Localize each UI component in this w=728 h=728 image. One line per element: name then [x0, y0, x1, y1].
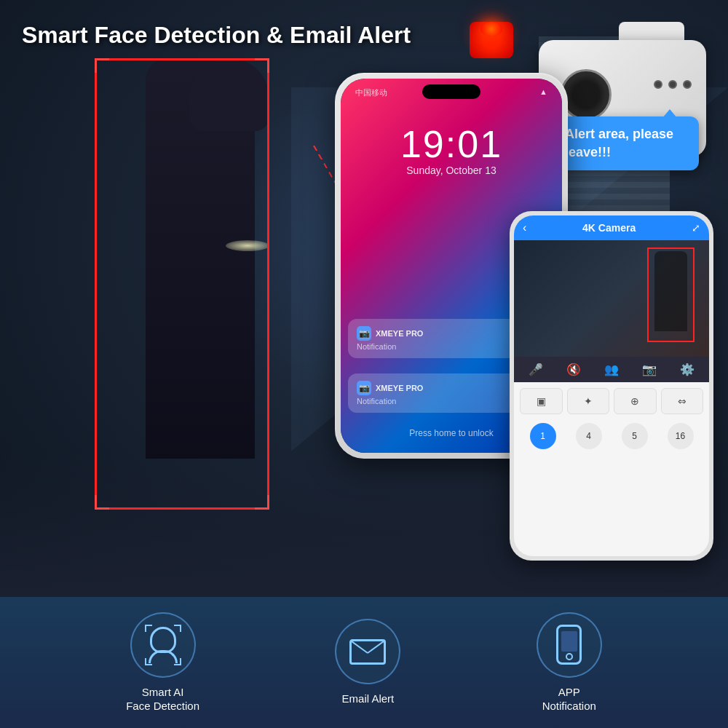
face-corner-tl [145, 625, 152, 632]
ir-led-3 [683, 80, 692, 89]
face-detection-icon [145, 627, 181, 663]
email-alert-icon-circle [335, 619, 400, 684]
wifi-icon: ▲ [539, 87, 547, 98]
grid-btn-zoom[interactable]: ⊕ [614, 388, 657, 414]
ptz-control-grid: ▣ ✦ ⊕ ⇔ [514, 382, 709, 420]
mute-button[interactable]: 🔇 [566, 363, 581, 376]
svg-line-0 [352, 641, 368, 653]
corner-bracket-tr [255, 58, 269, 73]
face-head-shape [150, 627, 176, 653]
app-phone-screen: ‹ 4K Camera ⤢ 🎤 🔇 👥 📷 [514, 215, 709, 556]
ir-led-1 [654, 80, 662, 89]
app-notification-icon-circle [537, 612, 602, 678]
snapshot-button[interactable]: 📷 [642, 363, 657, 376]
phone-status-bar: 中国移动 ▲ [355, 87, 547, 98]
email-alert-label: Email Alert [342, 692, 395, 706]
nav-btn-5[interactable]: 5 [622, 423, 648, 449]
phone-screen-mini [561, 631, 577, 652]
notif-app-2: XMEYE PRO [376, 384, 423, 392]
ir-led-2 [668, 80, 677, 89]
email-svg [352, 641, 384, 662]
users-button[interactable]: 👥 [604, 363, 619, 376]
phone-home-btn [566, 653, 573, 660]
settings-button[interactable]: ⚙️ [680, 363, 695, 376]
app-title: 4K Camera [526, 222, 692, 234]
app-control-bar: 🎤 🔇 👥 📷 ⚙️ [514, 357, 709, 382]
app-phone-outer: ‹ 4K Camera ⤢ 🎤 🔇 👥 📷 [510, 211, 713, 561]
person-detection-box [95, 58, 269, 510]
grid-btn-record[interactable]: ▣ [520, 388, 563, 414]
siren-light [480, 22, 502, 36]
grid-btn-ptz[interactable]: ✦ [567, 388, 610, 414]
nav-btn-1[interactable]: 1 [530, 423, 556, 449]
notif-icon-1: 📷 [357, 326, 371, 341]
face-detection-label: Smart AIFace Detection [126, 685, 199, 713]
app-notification-label: APPNotification [542, 685, 596, 713]
siren-body [470, 22, 513, 58]
feature-face-detection: Smart AIFace Detection [126, 612, 199, 713]
face-body-shape [149, 650, 178, 663]
carrier-text: 中国移动 [355, 87, 387, 98]
unlock-hint: Press home to unlock [409, 428, 493, 438]
phone-time-display: 19:01 [400, 122, 502, 166]
camera-live-feed [514, 240, 709, 357]
feed-person-box [647, 248, 695, 342]
feature-email-alert: Email Alert [335, 619, 400, 706]
svg-line-1 [368, 641, 384, 653]
corner-bracket-tl [95, 58, 109, 73]
nav-btn-4[interactable]: 4 [576, 423, 602, 449]
app-nav-row: 1 4 5 16 [514, 420, 709, 452]
mic-button[interactable]: 🎤 [529, 363, 543, 376]
grid-btn-flip[interactable]: ⇔ [661, 388, 704, 414]
phone-feature-icon [556, 625, 582, 665]
corner-bracket-br [255, 495, 269, 510]
app-header-bar: ‹ 4K Camera ⤢ [514, 215, 709, 240]
corner-bracket-bl [95, 495, 109, 510]
page-title: Smart Face Detection & Email Alert [22, 22, 411, 49]
app-expand-button[interactable]: ⤢ [692, 222, 700, 234]
siren-icon [466, 15, 517, 66]
notif-icon-2: 📷 [357, 381, 371, 395]
email-feature-icon [349, 639, 386, 665]
phone-date-display: Sunday, October 13 [406, 165, 496, 176]
app-screen-phone: ‹ 4K Camera ⤢ 🎤 🔇 👥 📷 [510, 211, 713, 561]
main-background: @ Smart Face Detection & Email Alert Ale… [0, 0, 728, 597]
email-body-shape [349, 639, 386, 665]
camera-ir-leds [654, 80, 692, 89]
notif-app-1: XMEYE PRO [376, 329, 423, 338]
feature-app-notification: APPNotification [537, 612, 602, 713]
feature-bar: Smart AIFace Detection Email Alert APPNo [0, 597, 728, 728]
face-corner-tr [174, 625, 181, 632]
nav-btn-16[interactable]: 16 [668, 423, 694, 449]
face-detection-icon-circle [130, 612, 196, 678]
